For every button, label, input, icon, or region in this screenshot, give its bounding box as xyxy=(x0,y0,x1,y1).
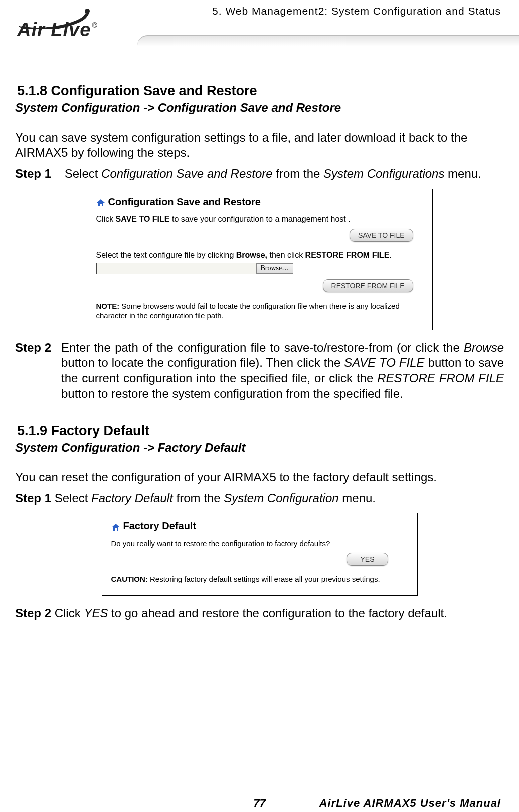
svg-point-2 xyxy=(85,9,90,14)
step1-it2: System Configurations xyxy=(323,167,444,180)
logo-registered-icon: ® xyxy=(92,21,97,29)
s2it3: RESTORE FROM FILE xyxy=(377,371,504,385)
s519-2it: YES xyxy=(84,606,108,620)
config-save-restore-panel: Configuration Save and Restore Click SAV… xyxy=(87,189,433,330)
s2d: button to restore the system configurati… xyxy=(61,387,403,400)
step1-text-a: Select xyxy=(65,167,101,180)
p1l2a: Select the text configure file by clicki… xyxy=(96,251,236,259)
panel2-caution: CAUTION: Restoring factory default setti… xyxy=(111,575,408,583)
s519-1c: menu. xyxy=(339,491,376,505)
note-text: Some browsers would fail to locate the c… xyxy=(96,302,400,320)
p1l2e: . xyxy=(389,251,391,259)
p1l2b: Browse, xyxy=(236,251,267,259)
s2it1: Browse xyxy=(464,341,504,354)
home-icon xyxy=(96,198,105,206)
config-file-path-input[interactable] xyxy=(96,263,257,274)
p1l2c: then click xyxy=(267,251,305,259)
step1-label: Step 1 xyxy=(15,167,51,180)
s519-2a: Click xyxy=(51,606,84,620)
home-icon xyxy=(111,522,120,530)
yes-button[interactable]: YES xyxy=(347,553,388,566)
airlive-logo: Air Live® xyxy=(14,4,129,29)
p1l1b: SAVE TO FILE xyxy=(116,215,170,223)
intro-518: You can save system configuration settin… xyxy=(15,130,504,160)
breadcrumb-519: System Configuration -> Factory Default xyxy=(15,441,504,455)
panel2-title: Factory Default xyxy=(123,520,197,532)
section-519-title: 5.1.9 Factory Default xyxy=(17,423,504,439)
step1-518: Step 1 Select Configuration Save and Res… xyxy=(15,166,504,182)
step1-label-519: Step 1 xyxy=(15,491,51,505)
s519-1it1: Factory Default xyxy=(91,491,173,505)
caution-label: CAUTION: xyxy=(111,575,148,583)
browse-button[interactable]: Browse… xyxy=(256,263,294,274)
factory-default-panel: Factory Default Do you really want to re… xyxy=(102,513,418,596)
save-to-file-button[interactable]: SAVE TO FILE xyxy=(350,229,413,242)
header-divider xyxy=(137,35,519,46)
manual-title: AirLive AIRMAX5 User's Manual xyxy=(319,797,501,810)
step1-text-b: from the xyxy=(273,167,323,180)
chapter-header: 5. Web Management2: System Configuration… xyxy=(212,5,501,17)
s2a: Enter the path of the configuration file… xyxy=(61,341,464,354)
s519-2b: to go ahead and restore the configuratio… xyxy=(108,606,447,620)
step1-it1: Configuration Save and Restore xyxy=(101,167,273,180)
p1l1c: to save your configuration to a manageme… xyxy=(169,215,350,223)
panel1-title: Configuration Save and Restore xyxy=(108,196,261,208)
step1-text-c: menu. xyxy=(444,167,481,180)
step2-519: Step 2 Click YES to go ahead and restore… xyxy=(15,606,504,621)
s519-1a: Select xyxy=(51,491,91,505)
step2-label: Step 2 xyxy=(15,340,61,402)
p1l1a: Click xyxy=(96,215,116,223)
p1l2d: RESTORE FROM FILE xyxy=(305,251,390,259)
manual-page: 5. Web Management2: System Configuration… xyxy=(0,0,519,812)
intro-519: You can reset the configuration of your … xyxy=(15,470,504,485)
s2it2: SAVE TO FILE xyxy=(344,356,424,369)
step1-519: Step 1 Select Factory Default from the S… xyxy=(15,491,504,506)
panel2-question: Do you really want to restore the config… xyxy=(111,539,408,548)
panel1-line1: Click SAVE TO FILE to save your configur… xyxy=(96,215,423,224)
section-518-title: 5.1.8 Configuration Save and Restore xyxy=(17,83,504,99)
caution-text: Restoring factory default settings will … xyxy=(148,575,380,583)
breadcrumb-518: System Configuration -> Configuration Sa… xyxy=(15,101,504,115)
s2b: button to locate the configuration file)… xyxy=(61,356,344,369)
s519-1it2: System Configuration xyxy=(224,491,338,505)
panel1-note: NOTE: Some browsers would fail to locate… xyxy=(96,301,423,321)
page-footer: 77 AirLive AIRMAX5 User's Manual xyxy=(0,797,519,810)
s519-1b: from the xyxy=(173,491,224,505)
step2-label-519: Step 2 xyxy=(15,606,51,620)
svg-marker-4 xyxy=(112,524,120,531)
panel1-line2: Select the text configure file by clicki… xyxy=(96,251,423,260)
logo-text: Air Live xyxy=(17,19,91,40)
step2-518: Step 2 Enter the path of the configurati… xyxy=(15,340,504,402)
page-content: 5.1.8 Configuration Save and Restore Sys… xyxy=(15,75,504,627)
note-label: NOTE: xyxy=(96,302,120,310)
restore-from-file-button[interactable]: RESTORE FROM FILE xyxy=(323,279,413,292)
page-number: 77 xyxy=(245,797,275,810)
svg-marker-3 xyxy=(97,199,105,206)
